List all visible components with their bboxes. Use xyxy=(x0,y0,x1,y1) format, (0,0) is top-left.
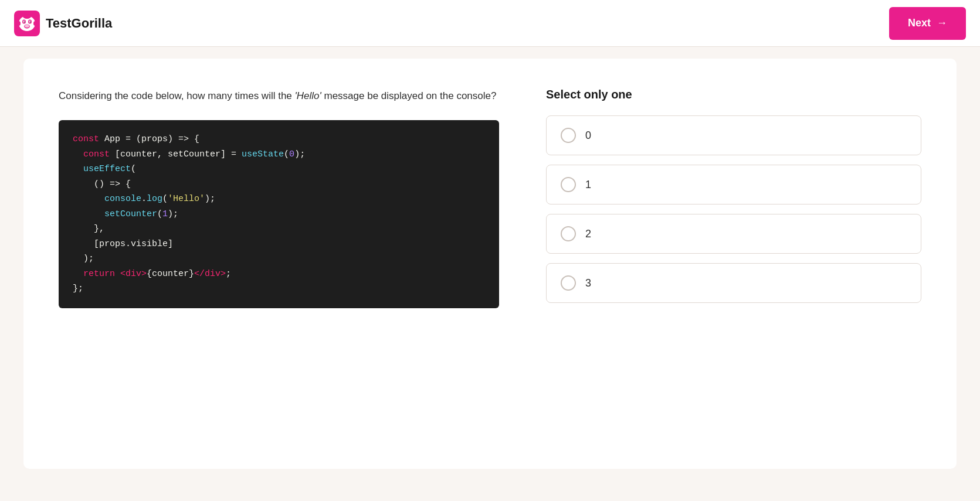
radio-1[interactable] xyxy=(561,177,576,192)
answer-text-2: 2 xyxy=(585,228,591,240)
question-text: Considering the code below, how many tim… xyxy=(59,88,499,104)
answer-text-3: 3 xyxy=(585,277,591,289)
answer-option-1[interactable]: 1 xyxy=(546,165,921,205)
svg-point-6 xyxy=(24,21,25,22)
answer-option-3[interactable]: 3 xyxy=(546,263,921,303)
answer-panel: Select only one 0 1 2 3 xyxy=(546,88,921,303)
logo-area: TestGorilla xyxy=(14,11,112,36)
code-line-11: }; xyxy=(73,281,485,296)
svg-point-12 xyxy=(23,14,31,19)
app-header: TestGorilla Next → xyxy=(0,0,980,47)
logo-text: TestGorilla xyxy=(46,16,112,31)
answer-options: 0 1 2 3 xyxy=(546,115,921,303)
testgorilla-logo-icon xyxy=(14,11,40,36)
select-only-one-label: Select only one xyxy=(546,88,921,101)
next-button[interactable]: Next → xyxy=(889,7,966,40)
code-line-10: return <div>{counter}</div>; xyxy=(73,267,485,282)
svg-point-9 xyxy=(25,25,29,28)
answer-option-2[interactable]: 2 xyxy=(546,214,921,254)
radio-3[interactable] xyxy=(561,275,576,291)
answer-text-1: 1 xyxy=(585,179,591,191)
question-text-after: message be displayed on the console? xyxy=(321,90,497,101)
code-line-7: }, xyxy=(73,221,485,237)
answer-text-0: 0 xyxy=(585,129,591,142)
svg-point-7 xyxy=(30,21,31,22)
content-card: Considering the code below, how many tim… xyxy=(23,59,957,469)
svg-point-11 xyxy=(33,21,37,26)
code-line-4: () => { xyxy=(73,177,485,192)
answer-option-0[interactable]: 0 xyxy=(546,115,921,155)
svg-point-10 xyxy=(17,21,21,26)
question-text-before: Considering the code below, how many tim… xyxy=(59,90,295,101)
code-line-2: const [counter, setCounter] = useState(0… xyxy=(73,147,485,162)
code-line-5: console.log('Hello'); xyxy=(73,192,485,207)
question-panel: Considering the code below, how many tim… xyxy=(59,88,499,308)
next-arrow-icon: → xyxy=(937,17,947,29)
code-line-8: [props.visible] xyxy=(73,237,485,252)
code-line-1: const App = (props) => { xyxy=(73,132,485,147)
code-line-3: useEffect( xyxy=(73,162,485,177)
question-italic: 'Hello' xyxy=(295,90,321,101)
code-line-6: setCounter(1); xyxy=(73,207,485,222)
radio-0[interactable] xyxy=(561,128,576,143)
code-line-9: ); xyxy=(73,251,485,267)
code-block: const App = (props) => { const [counter,… xyxy=(59,120,499,308)
radio-2[interactable] xyxy=(561,226,576,241)
next-button-label: Next xyxy=(908,17,931,29)
